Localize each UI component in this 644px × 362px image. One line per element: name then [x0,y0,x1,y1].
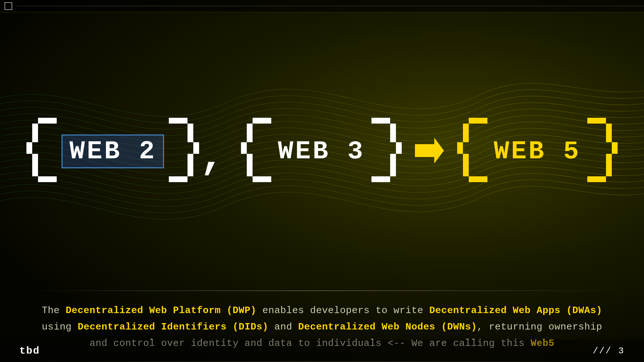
svg-rect-36 [390,154,396,163]
svg-rect-24 [241,142,247,148]
desc-before-1: The [42,305,66,316]
svg-rect-2 [32,124,38,129]
svg-rect-47 [463,154,469,163]
svg-rect-13 [187,129,193,142]
svg-rect-19 [169,176,182,182]
dwp-highlight: Decentralized Web Platform (DWP) [66,305,256,316]
web-labels-row: WEB 2 , [26,116,618,187]
web-labels-area: WEB 2 , [0,12,644,291]
svg-rect-34 [396,142,402,148]
svg-rect-23 [247,129,253,142]
svg-rect-28 [253,176,258,182]
svg-rect-32 [390,124,396,129]
web2-group: WEB 2 [26,116,199,187]
svg-rect-29 [258,176,271,182]
web2-close-brace [164,116,199,187]
svg-rect-58 [606,163,612,176]
dwns-highlight: Decentralized Web Nodes (DWNs) [298,321,477,332]
svg-rect-31 [384,118,390,124]
main-content: WEB 2 , [0,12,644,362]
svg-rect-9 [44,176,57,182]
window-icon [5,2,12,10]
svg-rect-18 [182,176,187,182]
svg-rect-57 [606,154,612,163]
svg-rect-16 [187,154,193,163]
web3-group: WEB 3 [241,116,402,187]
web5-open-brace [457,116,492,187]
web3-label: WEB 3 [278,137,365,166]
svg-rect-7 [32,163,38,176]
svg-rect-25 [241,148,247,154]
desc-end-2: , returning ownership [477,321,602,332]
svg-rect-22 [247,124,253,129]
svg-rect-38 [384,176,390,182]
svg-rect-44 [463,129,469,142]
desc-after-2: and [268,321,298,332]
slide: WEB 2 , [0,0,644,362]
svg-rect-3 [32,129,38,142]
svg-rect-41 [475,118,487,124]
svg-rect-27 [247,163,253,176]
svg-rect-1 [38,118,44,124]
svg-rect-6 [32,154,38,163]
svg-rect-14 [193,142,199,148]
svg-rect-60 [587,176,600,182]
description-line2: using Decentralized Identifiers (DIDs) a… [23,319,621,335]
web2-open-brace [26,116,62,187]
svg-rect-45 [457,142,463,148]
svg-rect-37 [390,163,396,176]
svg-rect-43 [463,124,469,129]
web3-close-brace [367,116,402,187]
web2-label: WEB 2 [69,137,156,166]
arrow-icon [412,135,447,167]
svg-rect-15 [193,148,199,154]
svg-rect-51 [587,118,600,124]
svg-rect-26 [247,154,253,163]
svg-rect-39 [371,176,384,182]
svg-rect-55 [612,142,618,148]
svg-rect-4 [26,142,32,148]
svg-rect-30 [371,118,384,124]
svg-rect-49 [469,176,475,182]
svg-rect-20 [258,118,271,124]
svg-marker-40 [415,138,444,163]
svg-rect-52 [600,118,606,124]
svg-rect-11 [182,118,187,124]
footer: tbd /// 3 [0,339,644,362]
dids-highlight: Decentralized Identifiers (DIDs) [78,321,268,332]
tbd-logo: tbd [19,345,40,357]
svg-rect-46 [457,148,463,154]
description-line1: The Decentralized Web Platform (DWP) ena… [23,302,621,319]
desc-after-1: enables developers to write [256,305,429,316]
top-bar [0,0,644,12]
svg-rect-10 [169,118,182,124]
svg-rect-42 [469,118,475,124]
svg-rect-12 [187,124,193,129]
svg-rect-5 [26,148,32,154]
arrow [412,135,447,168]
web5-label: WEB 5 [494,137,581,166]
desc-before-2: using [42,321,78,332]
web2-label-box: WEB 2 [62,135,164,168]
comma: , [199,133,225,187]
svg-rect-53 [606,124,612,129]
svg-rect-56 [612,148,618,154]
web3-open-brace [241,116,276,187]
svg-rect-17 [187,163,193,176]
svg-rect-59 [600,176,606,182]
svg-rect-21 [253,118,258,124]
top-bar-line [17,6,644,6]
svg-rect-48 [463,163,469,176]
svg-rect-0 [44,118,57,124]
svg-rect-8 [38,176,44,182]
svg-rect-50 [475,176,487,182]
web5-close-brace [582,116,618,187]
svg-rect-35 [396,148,402,154]
svg-rect-33 [390,129,396,142]
dwas-highlight: Decentralized Web Apps (DWAs) [429,305,602,316]
svg-rect-54 [606,129,612,142]
web5-group: WEB 5 [457,116,618,187]
page-indicator: /// 3 [593,346,625,356]
